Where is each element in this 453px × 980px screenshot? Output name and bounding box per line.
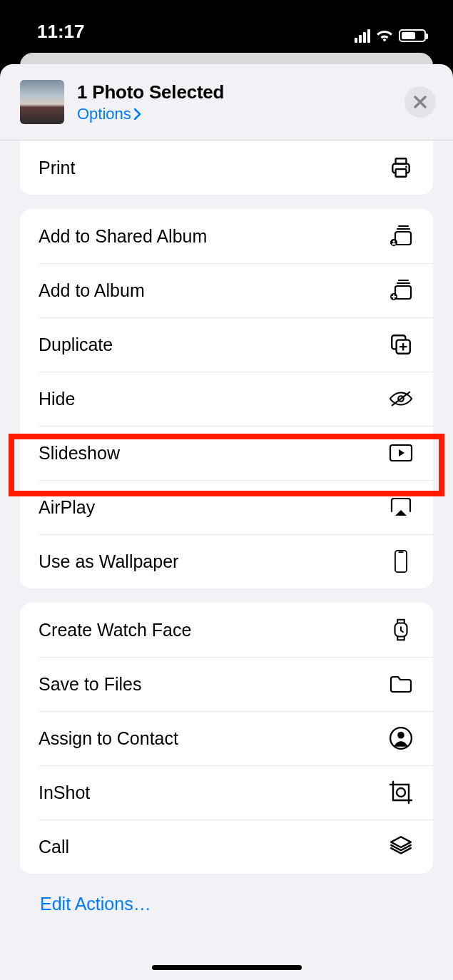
row-label: Save to Files xyxy=(39,674,142,695)
svg-point-6 xyxy=(392,240,395,243)
action-group: Create Watch Face Save to Files Assign t… xyxy=(20,603,433,874)
row-print[interactable]: Print xyxy=(20,141,433,195)
home-indicator[interactable] xyxy=(152,965,302,970)
layers-icon xyxy=(387,833,414,860)
action-group: Print xyxy=(20,141,433,195)
row-add-shared-album[interactable]: Add to Shared Album xyxy=(20,209,433,263)
options-link[interactable]: Options xyxy=(77,105,141,123)
sheet-header: 1 Photo Selected Options xyxy=(0,64,453,141)
album-icon xyxy=(387,277,414,304)
row-label: Duplicate xyxy=(39,335,113,355)
svg-rect-4 xyxy=(395,232,411,245)
svg-rect-1 xyxy=(396,158,407,163)
duplicate-icon xyxy=(387,331,414,358)
close-button[interactable] xyxy=(404,86,436,118)
options-label: Options xyxy=(77,105,131,123)
row-label: Use as Wallpaper xyxy=(39,551,178,572)
folder-icon xyxy=(387,670,414,698)
svg-point-17 xyxy=(397,732,404,739)
contact-icon xyxy=(387,725,414,752)
inshot-icon xyxy=(387,779,414,806)
row-inshot[interactable]: InShot xyxy=(20,765,433,820)
chevron-right-icon xyxy=(134,108,141,120)
cellular-icon xyxy=(355,29,370,43)
svg-rect-2 xyxy=(396,169,407,177)
row-save-files[interactable]: Save to Files xyxy=(20,657,433,711)
row-label: Create Watch Face xyxy=(39,620,191,640)
svg-rect-13 xyxy=(395,551,407,572)
hide-icon xyxy=(387,385,414,412)
row-slideshow[interactable]: Slideshow xyxy=(20,426,433,480)
shared-album-icon xyxy=(387,223,414,250)
photo-thumbnail[interactable] xyxy=(20,80,64,124)
row-duplicate[interactable]: Duplicate xyxy=(20,317,433,372)
battery-icon xyxy=(399,29,426,42)
svg-rect-7 xyxy=(395,286,411,299)
row-label: InShot xyxy=(39,782,90,803)
status-bar: 11:17 xyxy=(0,0,453,53)
row-label: Add to Shared Album xyxy=(39,226,207,247)
slideshow-icon xyxy=(387,439,414,466)
row-label: Assign to Contact xyxy=(39,728,178,749)
row-label: Call xyxy=(39,837,69,857)
sheet-title: 1 Photo Selected xyxy=(77,81,392,103)
wallpaper-icon xyxy=(387,548,414,575)
watch-icon xyxy=(387,616,414,643)
row-call[interactable]: Call xyxy=(20,820,433,874)
row-hide[interactable]: Hide xyxy=(20,372,433,426)
row-wallpaper[interactable]: Use as Wallpaper xyxy=(20,534,433,588)
edit-actions-link[interactable]: Edit Actions… xyxy=(20,874,433,934)
row-label: Hide xyxy=(39,389,75,409)
action-list: Print Add to Shared Album Add to Album xyxy=(0,141,453,934)
row-label: AirPlay xyxy=(39,497,95,518)
close-icon xyxy=(414,96,427,108)
row-label: Print xyxy=(39,158,75,178)
sheet-title-block: 1 Photo Selected Options xyxy=(77,81,392,123)
wifi-icon xyxy=(376,29,393,43)
status-time: 11:17 xyxy=(37,21,85,43)
svg-rect-14 xyxy=(398,551,403,553)
share-sheet: 1 Photo Selected Options Print Add to Sh… xyxy=(0,64,453,980)
row-airplay[interactable]: AirPlay xyxy=(20,480,433,534)
action-group: Add to Shared Album Add to Album Duplica… xyxy=(20,209,433,588)
status-right xyxy=(355,29,426,43)
row-label: Slideshow xyxy=(39,443,120,464)
row-add-album[interactable]: Add to Album xyxy=(20,263,433,317)
row-assign-contact[interactable]: Assign to Contact xyxy=(20,711,433,765)
row-label: Add to Album xyxy=(39,280,145,301)
airplay-icon xyxy=(387,494,414,521)
svg-point-18 xyxy=(397,788,405,797)
svg-point-3 xyxy=(405,166,407,168)
print-icon xyxy=(387,154,414,181)
row-watch-face[interactable]: Create Watch Face xyxy=(20,603,433,657)
